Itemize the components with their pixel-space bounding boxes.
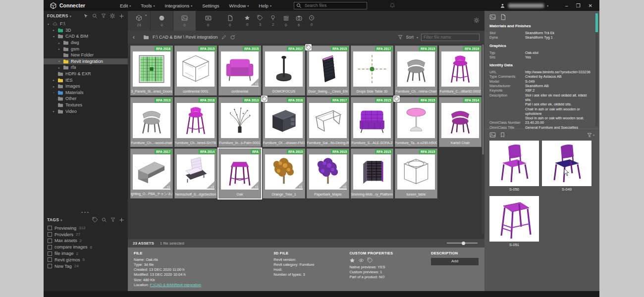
tag-item-new-tag[interactable]: New Tag24 [44,263,128,269]
folder-item-textures[interactable]: Textures [44,102,128,108]
tag-item-max-assets[interactable]: Max assets2 [44,238,128,244]
asset-card-16[interactable]: RFA 2014Karlsö Chair [439,97,482,147]
properties-document-icon[interactable] [500,14,506,20]
folder-item-revit-integration[interactable]: ▾Revit integration [44,58,128,65]
asset-card-22[interactable]: RFA 2015Shelving-Mob...ry_Platform [351,148,393,198]
asset-card-6[interactable]: RFA 2017Drops Side Table 30 [351,46,393,96]
tag-checkbox[interactable] [48,226,52,230]
folder-item-video[interactable]: ▸Video [44,108,128,114]
tag-item-compare-images[interactable]: compare images6 [44,244,128,250]
tree-expand-icon[interactable]: ▸ [52,85,55,88]
search-folders-icon[interactable] [92,13,98,19]
app-logo[interactable]: Connecter [50,2,85,9]
user-account[interactable]: ▾ [500,3,548,8]
asset-card-12[interactable]: RFA 2018Furniture_Ot...-drawer-FM1 [263,97,305,147]
preview-eye-icon[interactable] [358,257,364,263]
asset-card-18[interactable]: RFA 2014+1Nemschoff_S...dgeSection [174,148,217,198]
pick-folder-icon[interactable] [83,13,89,19]
folder-item-ies[interactable]: ▸IES [44,77,128,83]
asset-card-5[interactable]: RFA 2015Door_Swing..._Cines_EN [307,46,349,96]
filter-filename-input[interactable] [421,34,480,41]
asset-card-10[interactable]: RFA 2018Furniture_Ch...tered-SH750 [174,97,217,147]
asset-card-14[interactable]: RFA 2015Furniture_S...ALE-SOFA-2 [351,97,393,147]
asset-card-20[interactable]: RFA 2015+1Orange_Tree_1 [263,148,305,198]
thumbnail-size-slider[interactable] [447,243,478,244]
tag-item-providers[interactable]: Providers27 [44,231,128,238]
menu-settings[interactable]: Settings [202,3,219,8]
menu-integrations[interactable]: Integrations▾ [165,3,193,8]
tag-checkbox[interactable] [48,245,52,249]
tab-favorites[interactable]: 0 [241,11,254,31]
tree-expand-icon[interactable]: ▾ [57,59,61,63]
types-bookmark-icon[interactable] [500,132,505,138]
types-image-icon[interactable] [489,132,496,138]
tag-checkbox[interactable] [48,264,52,268]
favorite-star-icon[interactable] [349,257,355,263]
folder-item-gsm[interactable]: ▸gsm [44,46,128,52]
restore-button[interactable]: ❐ [576,3,581,8]
tab-images[interactable]: 0 [173,11,196,31]
folder-item-other[interactable]: Other [44,96,128,102]
asset-card-15[interactable]: RFA 2015Furniture_Ta...e-o290-H500 [395,97,437,147]
tree-expand-icon[interactable]: ▸ [57,47,61,50]
tag-item-previewing[interactable]: Previewing312 [44,225,128,231]
asset-card-9[interactable]: RFA 2013Furniture_Ch...-wood-chair [130,97,173,147]
asset-card-19[interactable]: RFA+1Oak [218,148,261,198]
tag-item-file-image[interactable]: file image2 [44,250,128,257]
asset-card-8[interactable]: RFA 2019Furniture_C...dBar82.0002 [439,46,482,96]
folder-item-new-folder[interactable]: New Folder [44,52,128,58]
asset-card-11[interactable]: RFA 2013Furniture_In...s-Palm 0001 [218,97,261,147]
add-tag-icon[interactable] [119,217,124,223]
tree-expand-icon[interactable]: ▸ [57,41,61,45]
asset-card-13[interactable]: RFA 2017Furniture_Sal...tto-Dining-R [307,97,349,147]
folder-item-dwg[interactable]: ▸dwg [44,40,128,46]
tag-item-revit-gizmos[interactable]: Revit gizmos5 [44,256,128,263]
asset-card-23[interactable]: RFA 2015tureen_table [395,148,437,198]
view-settings-gear-icon[interactable] [474,17,480,23]
type-variant-s-051[interactable]: S-051 [489,196,539,248]
close-button[interactable]: ✕ [589,3,592,8]
folders-settings-gear-icon[interactable] [109,13,115,19]
menu-window[interactable]: Window▾ [229,3,249,8]
tree-expand-icon[interactable]: ▾ [47,22,50,26]
refresh-icon[interactable] [230,35,235,40]
asset-card-7[interactable]: RFA 2015Furniture_Ch...rmina-Chair [395,46,437,96]
tag-checkbox[interactable] [48,257,52,262]
tree-expand-icon[interactable]: • [52,91,55,94]
tags-caret-icon[interactable]: ▾ [60,218,62,222]
panel-resize-handle[interactable]: ••• [44,210,128,215]
folder-item-cad-bim[interactable]: ▾CAD & BIM [44,33,128,40]
filter-folders-icon[interactable] [101,13,106,18]
tag-asset-icon[interactable] [367,257,373,263]
tab-collections[interactable]: 0 [279,11,292,31]
tree-expand-icon[interactable]: ▾ [52,35,55,38]
tab-videos[interactable]: 0 [197,11,219,31]
type-variant-s-050[interactable]: S-050 [489,141,539,193]
tag-checkbox[interactable] [48,251,52,256]
asset-card-1[interactable]: RFA 20163_Panels_Sl...eries_Doors [130,46,173,96]
tab-recent[interactable]: 0 [305,11,318,31]
assign-tag-icon[interactable] [92,217,98,223]
asset-card-4[interactable]: RFA 2017DOMOFOCUS [263,46,305,96]
folder-item-rfa[interactable]: ▸rfa [44,64,128,71]
tag-checkbox[interactable] [48,232,52,237]
add-description-button[interactable]: Add [431,258,479,265]
search-tags-icon[interactable] [102,217,107,223]
types-filter-funnel-icon[interactable] [587,133,592,138]
tag-checkbox[interactable] [48,239,52,243]
tab-materials[interactable]: 0 [151,11,173,31]
tab-3d-models[interactable]: 23▾ [128,11,151,31]
preview-image-icon[interactable] [489,14,496,20]
menu-tools[interactable]: Tools▾ [141,3,155,8]
asset-card-3[interactable]: RFA 2015+1continental [218,46,261,96]
type-variant-s-049[interactable]: S-049 [542,141,591,193]
tab-documents[interactable]: 0 [219,11,241,31]
menu-edit[interactable]: Edit▾ [120,3,131,8]
breadcrumb-path[interactable]: F:\ CAD & BIM \ Revit integration [153,35,218,40]
folder-item-f-[interactable]: ▾F:\ [44,21,128,27]
folder-item-materials[interactable]: •Materials [44,90,128,96]
tree-expand-icon[interactable]: ▸ [52,78,55,82]
folder-item-3d[interactable]: ▸3D [44,27,128,34]
filter-tags-icon[interactable] [110,217,115,222]
add-folder-icon[interactable] [119,13,124,19]
